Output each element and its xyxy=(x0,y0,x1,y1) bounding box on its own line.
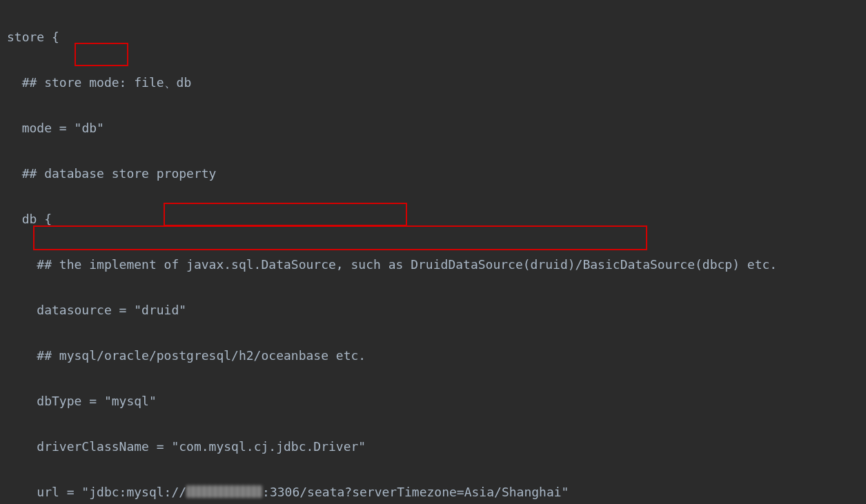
code-line: url = "jdbc:mysql://:3306/seata?serverTi… xyxy=(0,481,866,503)
code-line: ## the implement of javax.sql.DataSource… xyxy=(0,253,866,276)
code-text: :3306/seata?serverTimezone=Asia/Shanghai… xyxy=(262,485,569,499)
driver-class-value: "com.mysql.cj.jdbc.Driver" xyxy=(171,439,366,454)
mode-value: "db" xyxy=(75,121,104,135)
code-line: ## mysql/oracle/postgresql/h2/oceanbase … xyxy=(0,344,866,367)
redacted-host xyxy=(186,485,262,498)
code-text: driverClassName = xyxy=(7,439,171,454)
code-line: store { xyxy=(0,26,866,48)
code-line: ## store mode: file、db xyxy=(0,71,866,94)
config-code-block: store { ## store mode: file、db mode = "d… xyxy=(0,0,866,504)
code-line: dbType = "mysql" xyxy=(0,390,866,412)
code-line: db { xyxy=(0,208,866,230)
code-line: datasource = "druid" xyxy=(0,299,866,321)
code-text: url = "jdbc:mysql:// xyxy=(7,485,186,499)
code-line: mode = "db" xyxy=(0,117,866,139)
code-text: mode = xyxy=(7,121,75,135)
code-line: ## database store property xyxy=(0,162,866,185)
code-line: driverClassName = "com.mysql.cj.jdbc.Dri… xyxy=(0,435,866,458)
